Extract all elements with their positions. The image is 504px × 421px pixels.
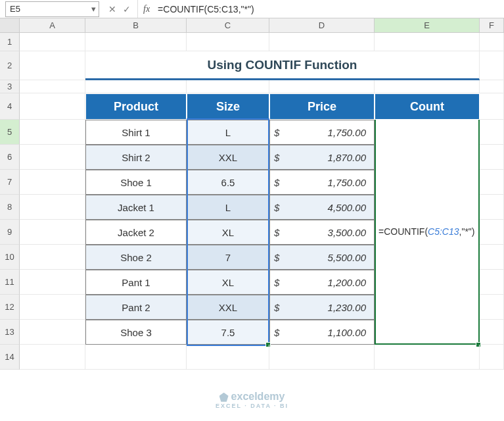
cell[interactable] (20, 245, 85, 270)
price-cell[interactable]: $1,100.00 (269, 320, 375, 345)
product-cell[interactable]: Shoe 3 (85, 320, 187, 345)
cell[interactable] (480, 270, 504, 295)
row-header[interactable]: 4 (0, 93, 20, 120)
cell[interactable] (269, 33, 375, 51)
cell[interactable] (269, 80, 375, 93)
cells-area[interactable]: Using COUNTIF Function Product Size Pric… (20, 33, 504, 370)
header-product[interactable]: Product (85, 93, 187, 120)
row-header[interactable]: 10 (0, 245, 20, 270)
count-formula-cell[interactable]: =COUNTIF(C5:C13,"*") (375, 120, 480, 345)
cell[interactable] (375, 33, 480, 51)
size-cell[interactable]: L (187, 120, 269, 145)
cell[interactable] (20, 195, 85, 220)
header-size[interactable]: Size (187, 93, 269, 120)
dropdown-icon[interactable]: ▾ (91, 4, 96, 14)
price-cell[interactable]: $1,750.00 (269, 120, 375, 145)
cell[interactable] (20, 220, 85, 245)
cell[interactable] (85, 80, 187, 93)
row-header[interactable]: 3 (0, 80, 20, 93)
cell[interactable] (20, 51, 85, 80)
row-header[interactable]: 12 (0, 295, 20, 320)
cell[interactable] (187, 80, 269, 93)
price-cell[interactable]: $3,500.00 (269, 220, 375, 245)
cell[interactable] (187, 33, 269, 51)
cell[interactable] (20, 80, 85, 93)
cell[interactable] (480, 195, 504, 220)
row-header[interactable]: 5 (0, 120, 20, 145)
cell[interactable] (480, 170, 504, 195)
cell[interactable] (20, 295, 85, 320)
row-header[interactable]: 2 (0, 51, 20, 80)
col-header-d[interactable]: D (269, 18, 375, 32)
cancel-icon[interactable]: ✕ (108, 4, 116, 14)
cell[interactable] (480, 145, 504, 170)
size-cell[interactable]: XXL (187, 145, 269, 170)
price-cell[interactable]: $4,500.00 (269, 195, 375, 220)
cell[interactable] (480, 93, 504, 120)
size-cell[interactable]: 6.5 (187, 170, 269, 195)
cell[interactable] (20, 145, 85, 170)
header-count[interactable]: Count (375, 93, 480, 120)
price-cell[interactable]: $1,230.00 (269, 295, 375, 320)
size-cell[interactable]: L (187, 195, 269, 220)
cell[interactable] (480, 245, 504, 270)
formula-input[interactable]: =COUNTIF(C5:C13,"*") (155, 4, 504, 14)
cell[interactable] (187, 345, 269, 370)
cell[interactable] (20, 170, 85, 195)
col-header-e[interactable]: E (375, 18, 480, 32)
size-cell[interactable]: XL (187, 220, 269, 245)
cell[interactable] (480, 295, 504, 320)
col-header-f[interactable]: F (480, 18, 504, 32)
size-cell[interactable]: 7.5 (187, 320, 269, 345)
size-cell[interactable]: 7 (187, 245, 269, 270)
cell[interactable] (480, 51, 504, 80)
cell[interactable] (375, 345, 480, 370)
cell[interactable] (20, 93, 85, 120)
product-cell[interactable]: Pant 2 (85, 295, 187, 320)
product-cell[interactable]: Shirt 1 (85, 120, 187, 145)
cell[interactable] (85, 345, 187, 370)
price-cell[interactable]: $1,200.00 (269, 270, 375, 295)
title-cell[interactable]: Using COUNTIF Function (85, 51, 480, 80)
product-cell[interactable]: Shoe 1 (85, 170, 187, 195)
col-header-a[interactable]: A (20, 18, 85, 32)
cell[interactable] (20, 320, 85, 345)
cell[interactable] (480, 320, 504, 345)
size-cell[interactable]: XL (187, 270, 269, 295)
cell[interactable] (20, 33, 85, 51)
price-cell[interactable]: $1,870.00 (269, 145, 375, 170)
product-cell[interactable]: Pant 1 (85, 270, 187, 295)
row-header[interactable]: 7 (0, 170, 20, 195)
cell[interactable] (480, 120, 504, 145)
product-cell[interactable]: Shoe 2 (85, 245, 187, 270)
row-header[interactable]: 13 (0, 320, 20, 345)
cell[interactable] (20, 270, 85, 295)
row-header[interactable]: 11 (0, 270, 20, 295)
name-box[interactable]: E5 ▾ (5, 1, 99, 17)
cell[interactable] (480, 80, 504, 93)
row-header[interactable]: 1 (0, 33, 20, 51)
row-header[interactable]: 8 (0, 195, 20, 220)
cell[interactable] (269, 345, 375, 370)
product-cell[interactable]: Jacket 2 (85, 220, 187, 245)
fx-icon[interactable]: fx (138, 4, 155, 14)
cell[interactable] (20, 120, 85, 145)
price-cell[interactable]: $1,750.00 (269, 170, 375, 195)
cell[interactable] (480, 220, 504, 245)
product-cell[interactable]: Shirt 2 (85, 145, 187, 170)
cell[interactable] (375, 80, 480, 93)
size-cell[interactable]: XXL (187, 295, 269, 320)
header-price[interactable]: Price (269, 93, 375, 120)
confirm-icon[interactable]: ✓ (123, 4, 131, 14)
product-cell[interactable]: Jacket 1 (85, 195, 187, 220)
select-all-corner[interactable] (0, 18, 20, 32)
price-cell[interactable]: $5,500.00 (269, 245, 375, 270)
row-header[interactable]: 9 (0, 220, 20, 245)
cell[interactable] (480, 33, 504, 51)
cell[interactable] (85, 33, 187, 51)
col-header-c[interactable]: C (187, 18, 269, 32)
cell[interactable] (20, 345, 85, 370)
cell[interactable] (480, 345, 504, 370)
row-header[interactable]: 14 (0, 345, 20, 370)
col-header-b[interactable]: B (85, 18, 187, 32)
